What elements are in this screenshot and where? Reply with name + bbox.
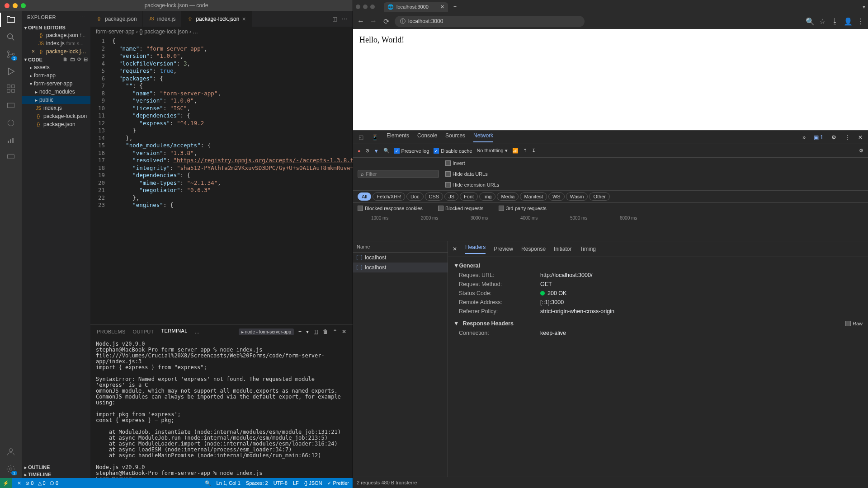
issues-icon[interactable]: ▣ 1	[814, 134, 823, 141]
network-timeline[interactable]: 1000 ms2000 ms3000 ms4000 ms5000 ms6000 …	[353, 214, 868, 241]
explorer-icon[interactable]	[5, 14, 16, 25]
search-icon[interactable]	[5, 32, 16, 42]
detail-tab[interactable]: Response	[521, 246, 546, 252]
filter-check[interactable]: 3rd-party requests	[499, 206, 546, 211]
name-column-header[interactable]: Name	[353, 241, 448, 253]
preserve-log-check[interactable]: ✓Preserve log	[394, 148, 429, 154]
status-item[interactable]: ⬡ 0	[50, 480, 58, 486]
inspect-icon[interactable]: ◰	[359, 134, 363, 141]
url-bar[interactable]: ⓘlocalhost:3000	[395, 16, 585, 27]
devtools-tab[interactable]: Elements	[387, 132, 409, 142]
maximize-panel-icon[interactable]: ⌃	[333, 328, 337, 335]
panel-tab[interactable]: OUTPUT	[133, 329, 154, 334]
filter-check[interactable]: Hide data URLs	[445, 171, 499, 177]
file-item[interactable]: {}package.json	[22, 120, 90, 128]
search-icon[interactable]: 🔍	[383, 148, 390, 154]
filter-check[interactable]: Invert	[445, 160, 499, 166]
split-editor-icon[interactable]: ◫	[332, 16, 337, 22]
dt-settings-icon[interactable]: ⚙	[831, 134, 836, 141]
minimize-window-btn[interactable]	[13, 3, 18, 8]
general-section[interactable]: ▼General	[453, 261, 863, 271]
folder-item[interactable]: ▸ form-app	[22, 71, 90, 80]
close-detail-icon[interactable]: ✕	[453, 246, 457, 252]
folder-item[interactable]: ▾ form-server-app	[22, 80, 90, 88]
raw-check[interactable]: Raw	[845, 321, 863, 326]
devtools-tab[interactable]: Console	[417, 132, 437, 142]
maximize-icon[interactable]	[370, 5, 375, 9]
type-filter-pill[interactable]: Doc	[406, 192, 424, 201]
detail-tab[interactable]: Initiator	[554, 246, 571, 252]
status-item[interactable]: ✓ Prettier	[327, 480, 349, 486]
menu-icon[interactable]: ⋮	[856, 17, 864, 26]
devtools-tab[interactable]: Network	[473, 132, 493, 142]
terminal-output[interactable]: Node.js v20.9.0 stephan@MacBook-Pro form…	[90, 338, 353, 478]
settings-gear-icon[interactable]: 1	[5, 464, 16, 474]
reload-icon[interactable]: ⟳	[382, 17, 390, 26]
throttle-select[interactable]: No throttling ▾	[476, 148, 507, 154]
file-item[interactable]: {}package-lock.json	[22, 112, 90, 120]
type-filter-pill[interactable]: Other	[589, 192, 610, 201]
code-editor[interactable]: 1234567891011121314151617181920212223 { …	[90, 37, 353, 324]
filter-check[interactable]: Hide extension URLs	[445, 182, 499, 188]
refresh-icon[interactable]: ⟳	[77, 56, 81, 62]
status-item[interactable]: UTF-8	[274, 480, 288, 486]
dt-menu-icon[interactable]: ⋮	[844, 134, 850, 141]
download-icon[interactable]: ⭳	[831, 17, 839, 25]
status-item[interactable]: LF	[293, 480, 299, 486]
type-filter-pill[interactable]: JS	[444, 192, 458, 201]
new-tab-icon[interactable]: +	[451, 4, 459, 10]
import-har-icon[interactable]: ↥	[523, 148, 527, 154]
request-row[interactable]: localhost	[353, 263, 448, 272]
bookmark-icon[interactable]: ☆	[818, 17, 826, 26]
outline-section[interactable]: ▸OUTLINE	[22, 464, 90, 471]
more-actions-icon[interactable]: ⋯	[342, 16, 347, 22]
type-filter-pill[interactable]: Wasm	[566, 192, 588, 201]
close-icon[interactable]: ×	[32, 48, 36, 55]
site-info-icon[interactable]: ⓘ	[400, 18, 406, 25]
back-icon[interactable]: ←	[357, 17, 365, 25]
kill-terminal-icon[interactable]: 🗑	[323, 328, 328, 335]
editor-tab[interactable]: {}package-lock.json×	[181, 11, 251, 27]
timeline-section[interactable]: ▸TIMELINE	[22, 471, 90, 478]
response-headers-section[interactable]: ▼Response HeadersRaw	[453, 319, 863, 328]
close-icon[interactable]	[356, 5, 360, 9]
status-item[interactable]: ⊘ 0	[25, 480, 33, 486]
network-conditions-icon[interactable]: 📶	[512, 148, 519, 154]
browser-tab[interactable]: 🌐localhost:3000✕	[384, 2, 448, 12]
add-terminal-icon[interactable]: +	[298, 328, 302, 335]
status-item[interactable]: {} JSON	[304, 480, 322, 486]
new-folder-icon[interactable]: 🗀	[70, 56, 75, 62]
new-file-icon[interactable]: 🗎	[63, 56, 68, 62]
status-item[interactable]: Ln 1, Col 1	[217, 480, 241, 486]
status-item[interactable]: 🔍	[205, 480, 211, 486]
dt-close-icon[interactable]: ✕	[858, 134, 863, 141]
collapse-icon[interactable]: ⊟	[84, 56, 88, 62]
zoom-icon[interactable]: 🔍	[806, 17, 814, 26]
type-filter-pill[interactable]: Font	[460, 192, 478, 201]
account-icon[interactable]	[5, 446, 16, 457]
detail-tab[interactable]: Preview	[494, 246, 513, 252]
dropdown-icon[interactable]: ▾	[306, 328, 309, 335]
type-filter-pill[interactable]: Fetch/XHR	[373, 192, 405, 201]
type-filter-pill[interactable]: WS	[548, 192, 565, 201]
detail-tab[interactable]: Headers	[465, 244, 486, 254]
maximize-window-btn[interactable]	[21, 3, 26, 8]
tab-close-icon[interactable]: ×	[242, 15, 245, 23]
editor-tab[interactable]: JSindex.js	[143, 11, 182, 27]
type-filter-pill[interactable]: All	[358, 192, 371, 201]
scm-icon[interactable]: 3	[5, 49, 16, 60]
type-filter-pill[interactable]: Manifest	[520, 192, 547, 201]
record-icon[interactable]: ●	[358, 148, 361, 154]
filter-input[interactable]: ⌕Filter	[358, 170, 439, 178]
folder-item[interactable]: ▸ node_modules	[22, 88, 90, 96]
close-window-btn[interactable]	[5, 3, 9, 8]
panel-tab[interactable]: PROBLEMS	[97, 329, 126, 334]
panel-tab[interactable]: TERMINAL	[161, 328, 188, 335]
more-icon[interactable]: ⋯	[80, 14, 85, 20]
request-row[interactable]: localhost	[353, 253, 448, 263]
type-filter-pill[interactable]: Media	[497, 192, 519, 201]
more-tabs-icon[interactable]: »	[802, 134, 806, 141]
export-har-icon[interactable]: ↧	[532, 148, 536, 154]
filter-check[interactable]: Blocked response cookies	[358, 206, 423, 211]
panel-tab[interactable]: …	[195, 329, 200, 334]
